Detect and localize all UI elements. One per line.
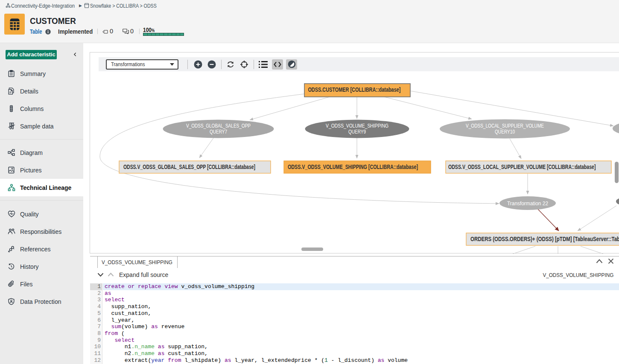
svg-text:QUERY10: QUERY10 <box>495 128 515 135</box>
svg-text:QUERY7: QUERY7 <box>210 128 227 135</box>
svg-text:V_ODSS_LOCAL_SUPPLIER_VOLUME: V_ODSS_LOCAL_SUPPLIER_VOLUME <box>466 122 544 129</box>
svg-text:QUERY9: QUERY9 <box>348 128 366 135</box>
svg-text:Transformation 22: Transformation 22 <box>507 200 548 207</box>
svg-text:V_ODSS_VOLUME_SHIPPING: V_ODSS_VOLUME_SHIPPING <box>326 122 388 129</box>
svg-text:ODSS.V_ODSS_VOLUME_SHIPPING [C: ODSS.V_ODSS_VOLUME_SHIPPING [COLLIBRA::d… <box>288 163 418 170</box>
svg-text:ORDERS (ODSS.ORDERS)+ (ODSS) [: ORDERS (ODSS.ORDERS)+ (ODSS) [pTDM] [Tab… <box>470 236 619 242</box>
svg-text:ODSS.V_ODSS_LOCAL_SUPPLIER_VOL: ODSS.V_ODSS_LOCAL_SUPPLIER_VOLUME [COLLI… <box>448 163 596 170</box>
svg-text:ODSS.V_ODSS_GLOBAL_SALES_OPP [: ODSS.V_ODSS_GLOBAL_SALES_OPP [COLLIBRA::… <box>123 163 255 170</box>
svg-text:V_ODSS_GLOBAL_SALES_OPP: V_ODSS_GLOBAL_SALES_OPP <box>186 122 251 129</box>
svg-text:ODSS.CUSTOMER [COLLIBRA::datab: ODSS.CUSTOMER [COLLIBRA::database] <box>308 86 400 93</box>
